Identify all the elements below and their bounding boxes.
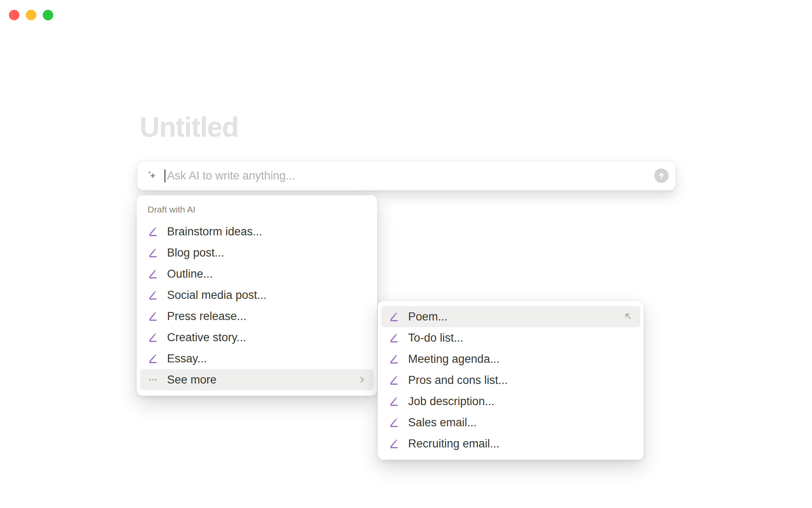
menu-item-blog-post[interactable]: Blog post... (140, 242, 374, 263)
menu-item-creative-story[interactable]: Creative story... (140, 327, 374, 348)
pen-icon (389, 332, 400, 343)
pen-icon (389, 396, 400, 407)
pen-icon (389, 438, 400, 449)
submenu-item-label: Sales email... (408, 417, 477, 428)
text-caret (165, 169, 165, 182)
pen-icon (148, 353, 159, 364)
menu-item-label: Blog post... (167, 247, 224, 259)
submenu-item-sales-email[interactable]: Sales email... (381, 412, 640, 433)
pen-icon (148, 226, 159, 237)
draft-with-ai-menu: Draft with AI Brainstorm ideas... Blog p… (137, 195, 377, 396)
submenu-item-poem[interactable]: Poem... (381, 306, 640, 327)
menu-item-outline[interactable]: Outline... (140, 263, 374, 284)
menu-item-label: Essay... (167, 353, 207, 364)
menu-item-press-release[interactable]: Press release... (140, 306, 374, 327)
ai-input-bar[interactable]: Ask AI to write anything... (137, 161, 676, 190)
zoom-window-button[interactable] (43, 10, 53, 20)
menu-item-brainstorm-ideas[interactable]: Brainstorm ideas... (140, 221, 374, 242)
menu-item-social-media-post[interactable]: Social media post... (140, 284, 374, 306)
pen-icon (389, 375, 400, 386)
menu-item-see-more[interactable]: See more (140, 369, 374, 390)
pen-icon (389, 353, 400, 364)
menu-item-essay[interactable]: Essay... (140, 348, 374, 369)
menu-header: Draft with AI (140, 199, 374, 221)
submenu-item-meeting-agenda[interactable]: Meeting agenda... (381, 348, 640, 370)
close-window-button[interactable] (9, 10, 19, 20)
menu-item-label: See more (167, 374, 217, 386)
menu-item-label: Press release... (167, 311, 247, 322)
pen-icon (148, 311, 159, 322)
pen-icon (389, 417, 400, 428)
submenu-item-recruiting-email[interactable]: Recruiting email... (381, 433, 640, 454)
submenu-item-label: Meeting agenda... (408, 353, 499, 365)
menu-item-label: Social media post... (167, 290, 267, 301)
submenu-item-todo-list[interactable]: To-do list... (381, 327, 640, 348)
chevron-right-icon (357, 375, 367, 385)
send-button[interactable] (654, 168, 669, 183)
window-controls (9, 10, 53, 20)
pen-icon (389, 311, 400, 322)
submenu-item-job-description[interactable]: Job description... (381, 391, 640, 412)
ellipsis-icon (148, 374, 159, 385)
pen-icon (148, 268, 159, 279)
ai-sparkle-icon (146, 170, 158, 182)
minimize-window-button[interactable] (26, 10, 36, 20)
submenu-item-label: Pros and cons list... (408, 375, 508, 386)
menu-item-label: Brainstorm ideas... (167, 226, 262, 237)
submenu-item-label: To-do list... (408, 332, 464, 344)
see-more-submenu: Poem... To-do list... Meeting agenda... … (378, 301, 644, 460)
ai-input-placeholder[interactable]: Ask AI to write anything... (167, 169, 654, 182)
pen-icon (148, 290, 159, 301)
submenu-item-pros-and-cons-list[interactable]: Pros and cons list... (381, 370, 640, 391)
submenu-item-label: Recruiting email... (408, 438, 499, 450)
submenu-item-label: Job description... (408, 396, 494, 407)
menu-item-label: Creative story... (167, 332, 246, 343)
submenu-item-label: Poem... (408, 311, 447, 323)
pen-icon (148, 247, 159, 258)
page-title[interactable]: Untitled (140, 112, 239, 143)
arrow-up-left-icon (623, 312, 634, 322)
pen-icon (148, 332, 159, 343)
menu-item-label: Outline... (167, 268, 213, 280)
arrow-up-icon (657, 171, 666, 180)
